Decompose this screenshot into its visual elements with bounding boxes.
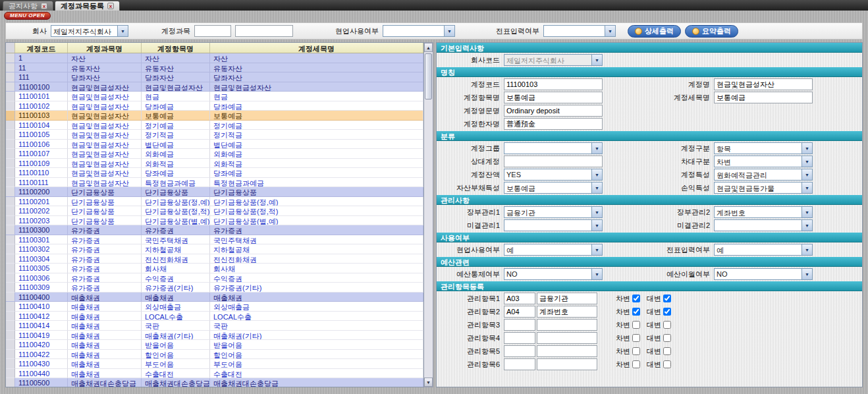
column-header-code[interactable]: 계정코드: [15, 43, 68, 53]
tab-account-registration[interactable]: 계정과목등록 x: [55, 1, 120, 11]
table-row[interactable]: 11100500매출채권대손충당금매출채권대손충당금매출채권대손충당금: [6, 378, 423, 387]
account-group-select[interactable]: ▼: [504, 142, 603, 154]
table-row[interactable]: 11100202단기금융상품단기금융상품(정,적)단기금융상품(정,적): [6, 206, 423, 216]
table-row[interactable]: 11100301유가증권국민주택채권국민주택채권: [6, 235, 423, 245]
company-select[interactable]: 제일저지주식회사 ▼: [51, 25, 128, 37]
table-row[interactable]: 11100302유가증권지하철공채지하철공채: [6, 244, 423, 254]
credit-checkbox[interactable]: [663, 295, 671, 302]
table-row[interactable]: 11100111현금및현금성자산특정현금과예금특정현금과예금: [6, 178, 423, 188]
slip-input-filter-select[interactable]: ▼: [543, 25, 616, 37]
table-row[interactable]: 11100203단기금융상품단기금융상품(별,예)단기금융상품(별,예): [6, 216, 423, 226]
scrollbar-up-button[interactable]: ▲: [424, 43, 433, 52]
table-row[interactable]: 111당좌자산당좌자산당좌자산: [6, 72, 423, 82]
table-row[interactable]: 11100109현금및현금성자산외화적금외화적금: [6, 159, 423, 169]
field-use-select[interactable]: 예 ▼: [504, 244, 603, 256]
pending1-select[interactable]: ▼: [504, 219, 603, 231]
debit-checkbox[interactable]: [632, 334, 640, 342]
english-name-field[interactable]: [504, 105, 603, 117]
mgmt-item-code-field[interactable]: [504, 358, 535, 370]
credit-checkbox[interactable]: [663, 334, 671, 342]
counter-account-field[interactable]: [504, 155, 603, 167]
column-header-detail[interactable]: 계정세목명: [210, 43, 423, 53]
item-name-field[interactable]: [504, 92, 603, 103]
credit-checkbox[interactable]: [663, 308, 671, 316]
table-row[interactable]: 11100104현금및현금성자산정기예금정기예금: [6, 121, 423, 130]
mgmt-item-name-field[interactable]: [537, 332, 597, 344]
mgmt-item-name-field[interactable]: [537, 319, 597, 331]
table-row[interactable]: 11100420매출채권받을어음받을어음: [6, 340, 423, 350]
pending2-select[interactable]: ▼: [714, 219, 813, 231]
detail-print-button[interactable]: 상세출력: [628, 25, 681, 38]
pl-char-select[interactable]: 현금및현금등가물 ▼: [714, 182, 813, 194]
table-row[interactable]: 11100400매출채권매출채권매출채권: [6, 293, 423, 302]
table-row[interactable]: 11유동자산유동자산유동자산: [6, 63, 423, 73]
mgmt-item-code-field[interactable]: [504, 319, 535, 331]
table-row[interactable]: 11100309유가증권유가증권(기타)유가증권(기타): [6, 283, 423, 293]
table-row[interactable]: 11100410매출채권외상매출금외상매출금: [6, 302, 423, 312]
table-row[interactable]: 11100110현금및현금성자산당좌예금당좌예금: [6, 168, 423, 178]
dc-div-select[interactable]: 차변 ▼: [714, 155, 813, 167]
table-row[interactable]: 11100100현금및현금성자산현금및현금성자산현금및현금성자산: [6, 82, 423, 92]
mgmt-item-name-field[interactable]: [537, 358, 597, 370]
close-icon[interactable]: x: [107, 3, 114, 9]
debit-checkbox[interactable]: [632, 321, 640, 329]
account-code-field[interactable]: [504, 78, 603, 90]
field-use-filter-select[interactable]: ▼: [383, 25, 455, 37]
table-row[interactable]: 11100412매출채권LOCAL수출LOCAL수출: [6, 312, 423, 322]
ledger1-select[interactable]: 금융기관 ▼: [504, 206, 603, 218]
mgmt-item-name-field[interactable]: [537, 293, 597, 304]
ledger2-select[interactable]: 계좌번호 ▼: [714, 206, 813, 218]
table-row[interactable]: 11100103현금및현금성자산보통예금보통예금: [6, 111, 423, 121]
asset-char-select[interactable]: 보통예금 ▼: [504, 182, 603, 194]
table-row[interactable]: 1자산자산자산: [6, 53, 423, 63]
credit-checkbox[interactable]: [663, 360, 671, 368]
mgmt-item-name-field[interactable]: [537, 345, 597, 357]
mgmt-item-code-field[interactable]: [504, 345, 535, 357]
table-row[interactable]: 11100106현금및현금성자산별단예금별단예금: [6, 140, 423, 150]
table-row[interactable]: 11100414매출채권국판국판: [6, 321, 423, 331]
hanja-name-field[interactable]: [504, 118, 603, 130]
scrollbar-down-button[interactable]: ▼: [424, 378, 433, 387]
account-name-field[interactable]: [714, 78, 813, 90]
summary-print-button[interactable]: 요약출력: [685, 25, 738, 38]
table-row[interactable]: 11100306유가증권수익증권수익증권: [6, 273, 423, 283]
account-char-select[interactable]: 원화예적금관리 ▼: [714, 169, 813, 181]
debit-checkbox[interactable]: [632, 347, 640, 355]
budget-control-select[interactable]: NO ▼: [504, 268, 603, 280]
credit-checkbox[interactable]: [663, 347, 671, 355]
debit-checkbox[interactable]: [632, 308, 640, 316]
table-row[interactable]: 11100419매출채권매출채권(기타)매출채권(기타): [6, 331, 423, 341]
debit-checkbox[interactable]: [632, 360, 640, 368]
scrollbar-thumb[interactable]: [425, 53, 432, 99]
table-row[interactable]: 11100107현금및현금성자산외화예금외화예금: [6, 149, 423, 159]
account-code-input[interactable]: [194, 25, 231, 37]
account-name-input[interactable]: [235, 25, 293, 37]
detail-name-field[interactable]: [714, 92, 813, 103]
table-row[interactable]: 11100105현금및현금성자산정기적금정기적금: [6, 130, 423, 140]
table-row[interactable]: 11100422매출채권할인어음할인어음: [6, 350, 423, 360]
company-code-select[interactable]: 제일저지주식회사 ▼: [504, 54, 603, 66]
close-icon[interactable]: x: [41, 3, 47, 9]
balance-select[interactable]: YES ▼: [504, 169, 603, 181]
debit-checkbox[interactable]: [632, 295, 640, 302]
mgmt-item-name-field[interactable]: [537, 306, 597, 318]
table-row[interactable]: 11100440매출채권수출대전수출대전: [6, 369, 423, 379]
credit-checkbox[interactable]: [663, 321, 671, 329]
column-header-item[interactable]: 계정항목명: [142, 43, 210, 53]
mgmt-item-code-field[interactable]: [504, 306, 535, 318]
table-row[interactable]: 11100102현금및현금성자산당좌예금당좌예금: [6, 101, 423, 111]
table-row[interactable]: 11100200단기금융상품단기금융상품단기금융상품: [6, 187, 423, 197]
budget-carryover-select[interactable]: NO ▼: [714, 268, 813, 280]
table-row[interactable]: 11100300유가증권유가증권유가증권: [6, 225, 423, 235]
table-row[interactable]: 11100101현금및현금성자산현금현금: [6, 92, 423, 101]
scrollbar-track[interactable]: [424, 52, 433, 378]
account-div-select[interactable]: 항목 ▼: [714, 142, 813, 154]
column-header-subject[interactable]: 계정과목명: [68, 43, 142, 53]
table-row[interactable]: 11100201단기금융상품단기금융상품(정,예)단기금융상품(정,예): [6, 197, 423, 207]
menu-open-button[interactable]: MENU OPEN: [4, 12, 51, 20]
slip-input-select[interactable]: 예 ▼: [714, 244, 813, 256]
table-row[interactable]: 11100304유가증권전신전화채권전신전화채권: [6, 254, 423, 264]
table-row[interactable]: 11100305유가증권회사채회사채: [6, 264, 423, 273]
mgmt-item-code-field[interactable]: [504, 332, 535, 344]
table-row[interactable]: 11100430매출채권부도어음부도어음: [6, 359, 423, 369]
